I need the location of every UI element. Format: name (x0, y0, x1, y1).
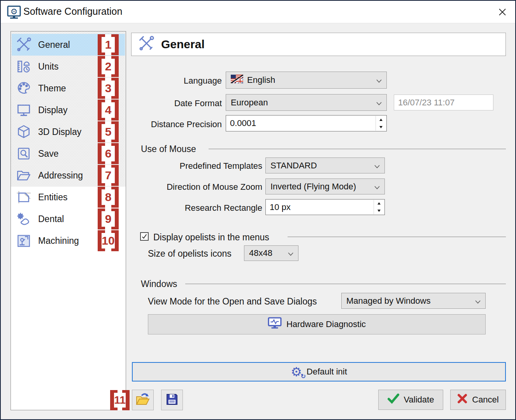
chevron-down-icon (376, 75, 382, 85)
distance-precision-value: 0.0001 (230, 118, 256, 128)
spin-down-button[interactable] (374, 207, 384, 215)
mouse-zoom-select[interactable]: Inverted (Flying Mode) (265, 178, 385, 194)
predefined-templates-value: STANDARD (270, 161, 317, 171)
monitor-icon (15, 101, 33, 119)
sidebar-item-label: General (38, 40, 70, 50)
annotation-badge: 8 (98, 187, 119, 208)
cancel-button[interactable]: Cancel (450, 390, 506, 410)
sidebar-item-label: Display (38, 105, 67, 116)
open-folder-icon (15, 166, 33, 184)
chevron-down-icon (374, 182, 380, 192)
predefined-templates-select[interactable]: STANDARD (265, 158, 385, 173)
sidebar-item-label: Theme (38, 83, 66, 94)
windows-group-label: Windows (141, 279, 177, 289)
opelists-size-value: 48x48 (249, 248, 272, 258)
sidebar-item-label: Units (38, 61, 58, 72)
research-rectangle-label: Research Rectangle (118, 203, 262, 213)
save-config-button[interactable] (161, 390, 183, 410)
spin-down-button[interactable] (376, 123, 386, 131)
chevron-down-icon (374, 161, 380, 171)
view-mode-select[interactable]: Managed by Windows (341, 293, 486, 309)
date-preview-field: 16/07/23 11:07 (394, 94, 493, 110)
settings-category-list: General 1 Units 2 Theme 3 (11, 31, 126, 410)
group-divider (209, 149, 506, 149)
disk-magnifier-icon (15, 145, 33, 163)
software-configuration-dialog: ⚙ Software Configuration General 1 (0, 0, 516, 420)
open-config-button[interactable] (132, 390, 154, 410)
mouse-zoom-label: Direction of Mouse Zoom (118, 182, 262, 192)
spinner-buttons (374, 200, 384, 214)
window-title: Software Configuration (23, 6, 122, 17)
annotation-badge: 11 (110, 390, 130, 410)
annotation-badge: 9 (98, 208, 119, 229)
tools-icon (138, 35, 155, 54)
page-header: General (131, 33, 506, 56)
validate-button[interactable]: Validate (378, 390, 443, 410)
ruler-clock-icon (15, 58, 33, 75)
chevron-down-icon (288, 248, 293, 258)
cancel-label: Cancel (472, 395, 498, 405)
distance-precision-label: Distance Precision (110, 119, 222, 130)
annotation-badge: 3 (98, 78, 119, 99)
research-rectangle-value: 10 px (270, 202, 291, 212)
opelists-size-select[interactable]: 48x48 (244, 245, 298, 261)
language-label: Language (110, 76, 222, 86)
check-icon (388, 394, 399, 406)
app-monitor-gear-icon: ⚙ (6, 4, 22, 20)
palette-icon (15, 79, 33, 97)
display-opelists-label: Display opelists in the menus (153, 232, 269, 243)
tools-icon (15, 36, 33, 54)
sidebar-item-label: Addressing (38, 170, 83, 181)
use-of-mouse-group-label: Use of Mouse (141, 144, 196, 154)
spin-up-button[interactable] (374, 200, 384, 207)
annotation-badge: 4 (98, 100, 119, 121)
open-folder-icon (135, 392, 151, 408)
default-init-label: Default init (307, 367, 347, 377)
research-rectangle-input[interactable]: 10 px (265, 199, 385, 215)
annotation-badge: 2 (98, 56, 119, 77)
view-mode-label: View Mode for the Open and Save Dialogs (148, 296, 317, 307)
page-title: General (161, 38, 205, 51)
mouse-zoom-value: Inverted (Flying Mode) (270, 182, 356, 192)
hardware-diagnostic-button[interactable]: Hardware Diagnostic (148, 314, 486, 334)
sidebar-item-label: Entities (38, 192, 67, 203)
chevron-down-icon (475, 296, 481, 306)
date-format-label: Date Format (110, 98, 222, 108)
sidebar-item-label: 3D Display (38, 127, 81, 137)
sidebar-item-label: Dental (38, 214, 64, 224)
date-format-value: European (231, 98, 268, 108)
group-divider (185, 284, 506, 284)
view-mode-value: Managed by Windows (346, 296, 430, 306)
predefined-templates-label: Predefined Templates (118, 161, 262, 171)
gear-jaw-icon (15, 210, 33, 228)
svg-text:⚙: ⚙ (11, 7, 18, 16)
drawing-entities-icon (15, 188, 33, 206)
x-icon (457, 394, 467, 406)
annotation-badge: 10 (98, 230, 119, 251)
spin-up-button[interactable] (376, 116, 386, 123)
annotation-badge: 5 (98, 121, 119, 142)
sidebar-item-label: Save (38, 149, 58, 159)
annotation-badge: 7 (98, 165, 119, 186)
cube-icon (15, 123, 33, 141)
display-opelists-checkbox[interactable] (140, 232, 149, 241)
validate-label: Validate (404, 395, 434, 405)
annotation-badge: 1 (98, 34, 119, 55)
title-bar: ⚙ Software Configuration (1, 1, 515, 23)
sidebar-item-label: Machining (38, 236, 79, 246)
default-init-button[interactable]: ⚙ ↻ Default init (132, 362, 506, 382)
gear-refresh-icon: ⚙ ↻ (291, 366, 302, 378)
opelists-size-label: Size of opelists icons (148, 248, 232, 259)
distance-precision-input[interactable]: 0.0001 (226, 115, 387, 131)
monitor-pulse-icon (268, 317, 282, 332)
english-flag-icon (231, 75, 243, 86)
language-select[interactable]: English (226, 72, 387, 89)
date-format-select[interactable]: European (226, 94, 387, 111)
annotation-badge: 6 (98, 143, 119, 164)
language-value: English (247, 75, 275, 85)
machining-icon (15, 232, 33, 250)
spinner-buttons (376, 116, 386, 131)
close-icon[interactable] (495, 5, 510, 19)
hardware-diagnostic-label: Hardware Diagnostic (286, 319, 366, 329)
chevron-down-icon (376, 98, 382, 108)
